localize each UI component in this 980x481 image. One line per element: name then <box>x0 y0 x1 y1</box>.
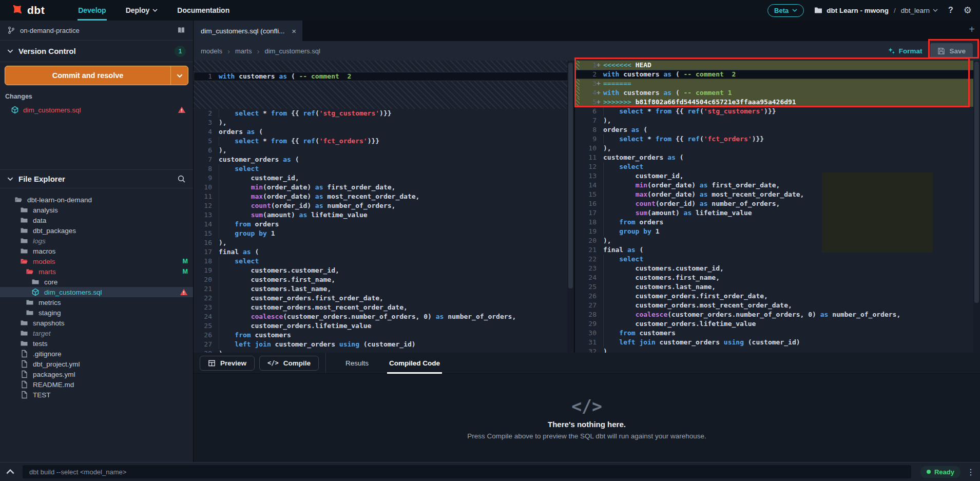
tree-item-staging[interactable]: staging <box>0 307 193 318</box>
breadcrumb-separator: › <box>227 47 230 55</box>
nav-item-documentation[interactable]: Documentation <box>167 0 239 21</box>
sparkle-icon <box>888 47 895 55</box>
tree-item-tests[interactable]: tests <box>0 338 193 349</box>
toolbar-divider <box>325 353 326 373</box>
tree-item-macros[interactable]: macros <box>0 246 193 256</box>
code-line-11: 11 max(order_date) as most_recent_order_… <box>194 192 574 201</box>
tree-item--gitignore[interactable]: .gitignore <box>0 349 193 359</box>
kebab-menu-icon[interactable]: ⋮ <box>967 467 975 477</box>
folder-icon <box>31 278 40 286</box>
code-line-10: 10), <box>575 144 980 153</box>
folder-icon <box>20 216 28 224</box>
beta-badge[interactable]: Beta <box>767 4 804 17</box>
code-line-3: 3+======= <box>575 79 980 88</box>
nav-item-develop[interactable]: Develop <box>68 0 116 21</box>
code-empty-icon: </> <box>571 396 602 416</box>
tree-item-readme-md[interactable]: README.md <box>0 379 193 390</box>
folder-open-icon <box>26 267 34 276</box>
editor-header: models›marts›dim_customers.sql Format Sa… <box>194 41 980 61</box>
tree-item-target[interactable]: target <box>0 328 193 338</box>
code-line-12: 12 count(order_id) as number_of_orders, <box>194 201 574 210</box>
code-line-25: 25 customers.last_name, <box>575 282 980 292</box>
chevron-down-icon <box>152 9 158 12</box>
breadcrumb-marts[interactable]: marts <box>235 47 252 55</box>
version-control-header[interactable]: Version Control 1 <box>0 41 193 62</box>
folder-icon <box>20 226 28 235</box>
code-line-32: 32) <box>575 347 980 353</box>
version-control-title: Version Control <box>18 47 169 55</box>
tree-item-models[interactable]: modelsM <box>0 256 193 266</box>
brand-name: dbt <box>27 4 45 16</box>
code-line-27: 27 customer_orders.most_recent_order_dat… <box>575 301 980 310</box>
tree-item-core[interactable]: core <box>0 277 193 287</box>
changed-file-row[interactable]: dim_customers.sql <box>0 104 193 116</box>
dbt-logo[interactable]: dbt <box>9 4 45 17</box>
commit-button-label[interactable]: Commit and resolve <box>5 66 170 85</box>
tree-item-dbt-learn-on-demand[interactable]: dbt-learn-on-demand <box>0 195 193 205</box>
tab-dim-customers[interactable]: dim_customers.sql (confli... × <box>194 21 302 41</box>
chevron-down-icon <box>177 74 183 78</box>
right-pane-scrollbar[interactable] <box>973 61 980 353</box>
tab-results[interactable]: Results <box>343 353 371 374</box>
breadcrumb-models[interactable]: models <box>201 47 222 55</box>
code-line-26: 26 customer_orders.first_order_date, <box>575 292 980 301</box>
folder-open-icon <box>20 257 28 265</box>
preview-button[interactable]: Preview <box>200 356 255 371</box>
tab-close-icon[interactable]: × <box>292 27 296 35</box>
code-line-30: 30 from customers <box>575 329 980 338</box>
commit-options-caret[interactable] <box>170 66 188 85</box>
conflict-warning-icon <box>180 288 188 296</box>
file-explorer-header[interactable]: File Explorer <box>0 170 193 188</box>
tree-item-snapshots[interactable]: snapshots <box>0 318 193 328</box>
code-line-3: 3), <box>194 118 574 127</box>
tree-item-dbt-packages[interactable]: dbt_packages <box>0 225 193 236</box>
help-icon[interactable]: ? <box>948 6 953 14</box>
tab-compiled-code[interactable]: Compiled Code <box>387 353 442 374</box>
project-name[interactable]: dbt_learn <box>901 7 938 14</box>
file-icon <box>20 360 28 368</box>
tab-strip: dim_customers.sql (confli... × + <box>194 21 980 41</box>
code-line-22: 22 customer_orders.first_order_date, <box>194 294 574 303</box>
code-line-2: 2 select * from {{ ref('stg_customers')}… <box>194 109 574 118</box>
new-tab-plus-icon[interactable]: + <box>969 24 975 35</box>
tree-item-data[interactable]: data <box>0 215 193 225</box>
nav-item-deploy[interactable]: Deploy <box>116 0 168 21</box>
commit-and-resolve-button[interactable]: Commit and resolve <box>5 66 188 85</box>
tree-item-packages-yml[interactable]: packages.yml <box>0 369 193 379</box>
tree-item-analysis[interactable]: analysis <box>0 205 193 215</box>
git-branch-selector[interactable]: on-demand-practice <box>0 21 193 41</box>
redaction-overlay <box>822 172 933 253</box>
status-badge: Ready <box>920 466 960 478</box>
folder-icon <box>26 298 34 306</box>
format-button[interactable]: Format <box>888 47 923 55</box>
left-pane-scrollbar[interactable] <box>567 61 574 353</box>
sidebar: on-demand-practice Version Control 1 Com… <box>0 21 194 462</box>
code-line-2: 2with customers as ( -- comment 2 <box>575 70 980 79</box>
editor-pane-left[interactable]: 1with customers as ( -- comment 22 selec… <box>194 61 574 353</box>
account-switcher[interactable]: dbt Learn - mwong / dbt_learn <box>814 7 938 14</box>
code-line-20: 20 customers.first_name, <box>194 275 574 284</box>
command-bar: Ready ⋮ <box>0 462 980 481</box>
tree-item-test[interactable]: TEST <box>0 390 193 400</box>
tree-item-metrics[interactable]: metrics <box>0 297 193 307</box>
code-line-27: 27 left join customer_orders using (cust… <box>194 340 574 349</box>
docs-book-icon[interactable] <box>177 26 186 34</box>
settings-gear-icon[interactable]: ⚙ <box>964 6 972 15</box>
expand-panel-chevron-up-icon[interactable] <box>6 469 14 474</box>
file-icon <box>20 380 28 389</box>
file-icon <box>20 350 28 358</box>
tree-item-logs[interactable]: logs <box>0 236 193 246</box>
tree-item-dim-customers-sql[interactable]: dim_customers.sql <box>0 287 193 297</box>
code-line-4: 4+with customers as ( -- comment 1 <box>575 88 980 98</box>
save-button[interactable]: Save <box>930 43 973 59</box>
search-icon[interactable] <box>177 175 186 183</box>
code-line-23: 23 customer_orders.most_recent_order_dat… <box>194 303 574 312</box>
dbt-command-input[interactable] <box>23 465 911 478</box>
tree-item-marts[interactable]: martsM <box>0 266 193 277</box>
git-branch-icon <box>7 26 15 34</box>
compile-button[interactable]: </> Compile <box>259 356 319 371</box>
tree-item-dbt-project-yml[interactable]: dbt_project.yml <box>0 359 193 369</box>
compile-label: Compile <box>283 359 311 367</box>
folder-icon <box>814 7 822 14</box>
breadcrumb-dim_customers.sql[interactable]: dim_customers.sql <box>264 47 320 55</box>
